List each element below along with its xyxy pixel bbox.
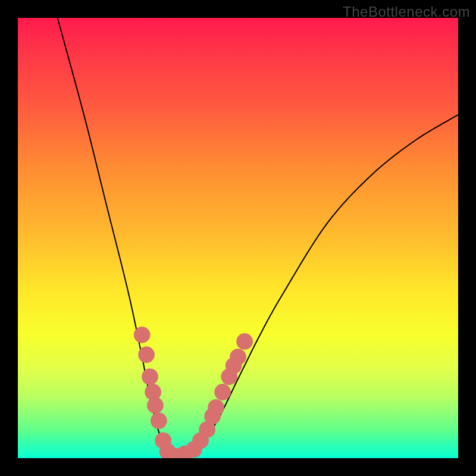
marker-dot xyxy=(134,327,151,343)
marker-dot xyxy=(142,368,158,385)
curve-group xyxy=(58,18,458,458)
marker-dot xyxy=(208,399,224,416)
marker-dot xyxy=(151,412,167,429)
watermark-text: TheBottleneck.com xyxy=(343,4,470,20)
marker-dot xyxy=(147,397,164,414)
marker-dot xyxy=(230,349,246,365)
marker-group xyxy=(134,327,253,458)
plot-area xyxy=(18,18,458,458)
curve-layer xyxy=(18,18,458,458)
marker-dot xyxy=(138,346,155,363)
marker-dot xyxy=(214,384,231,400)
marker-dot xyxy=(236,333,253,350)
chart-frame: TheBottleneck.com xyxy=(0,0,476,476)
